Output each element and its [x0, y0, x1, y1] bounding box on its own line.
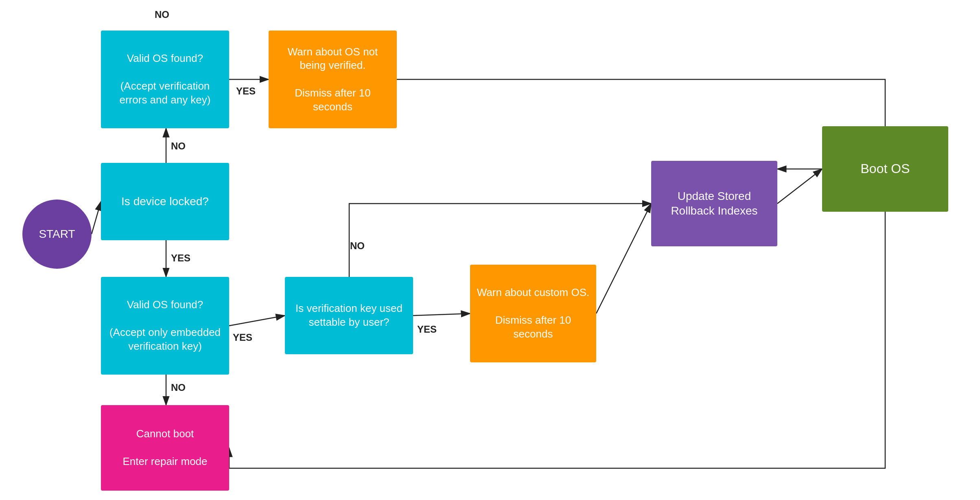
warn-custom-os-node: Warn about custom OS.Dismiss after 10 se… [470, 265, 596, 362]
valid-os-locked-node: Valid OS found?(Accept only embedded ver… [101, 277, 229, 375]
cannot-boot-node: Cannot bootEnter repair mode [101, 405, 229, 491]
valid-os-unlocked-node: Valid OS found?(Accept verification erro… [101, 31, 229, 128]
svg-line-5 [229, 316, 285, 326]
label-yes-warn-unverified: YES [236, 86, 256, 97]
label-yes-valid-locked: YES [233, 332, 252, 343]
warn-unverified-node: Warn about OS not being verified.Dismiss… [269, 31, 397, 128]
label-yes-key-settable: YES [417, 324, 437, 335]
label-no-key-settable: NO [350, 240, 365, 252]
is-key-settable-node: Is verification key used settable by use… [285, 277, 413, 354]
svg-line-1 [92, 202, 101, 234]
label-no-top: NO [155, 9, 169, 20]
label-no-device-locked: NO [171, 140, 186, 152]
is-device-locked-node: Is device locked? [101, 163, 229, 240]
update-rollback-node: Update Stored Rollback Indexes [651, 161, 777, 246]
svg-line-6 [413, 314, 470, 316]
svg-line-8 [777, 169, 822, 204]
label-yes-device-locked: YES [171, 252, 190, 264]
boot-os-node: Boot OS [822, 126, 948, 212]
flowchart-diagram: START Valid OS found?(Accept verificatio… [0, 0, 980, 500]
start-node: START [22, 200, 92, 269]
svg-line-7 [596, 204, 651, 314]
label-no-valid-locked: NO [171, 382, 186, 393]
